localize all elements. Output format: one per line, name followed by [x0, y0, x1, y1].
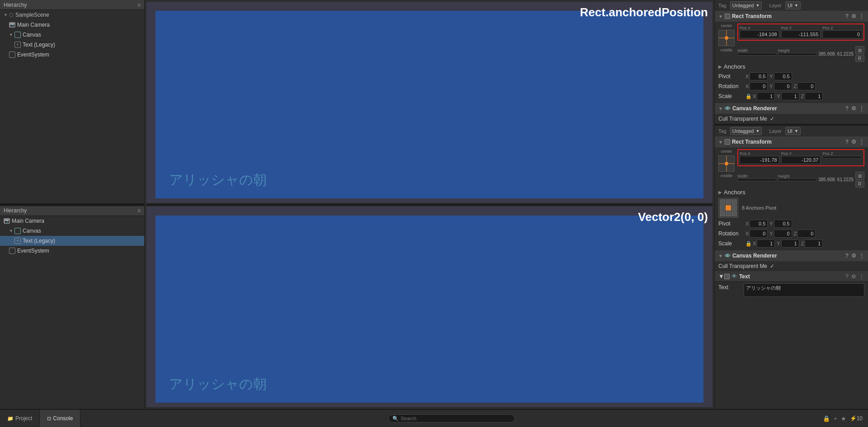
r-btn-top[interactable]: R [855, 55, 864, 62]
rt-help-icon-bottom[interactable]: ? [845, 139, 849, 145]
anchors-expand-bottom[interactable]: ▶ [718, 190, 722, 195]
hierarchy-item-canvas-top[interactable]: ▼ Canvas [0, 30, 144, 40]
anchor-cell-7 [726, 211, 731, 216]
rt-checkbox-top[interactable] [725, 14, 730, 19]
hierarchy-menu-icon[interactable]: ≡ [137, 2, 141, 8]
rot-x-value-top[interactable]: 0 [750, 82, 768, 90]
layer-chevron-bottom: ▼ [794, 129, 798, 133]
rot-y-value-bottom[interactable]: 0 [774, 230, 792, 238]
rt-more-icon-top[interactable]: ⋮ [859, 13, 864, 19]
pos-x-value-top[interactable]: -184.108 [740, 30, 779, 38]
scale-x-value-top[interactable]: 1 [757, 92, 775, 100]
hierarchy-item-canvas-bottom[interactable]: ▼ Canvas [0, 226, 144, 236]
hierarchy-item-eventsystem-top[interactable]: EventSystem [0, 50, 144, 60]
text-icon-top: T [14, 42, 21, 48]
tag-label-top: Tag [718, 3, 726, 8]
hierarchy-item-samplescene[interactable]: ▼ ⬡ SampleScene [0, 10, 144, 20]
cr-help-bottom[interactable]: ? [845, 253, 849, 259]
project-tab[interactable]: 📁 Project [0, 410, 40, 427]
tag-dropdown-bottom[interactable]: Untagged ▼ [730, 127, 762, 135]
rot-y-value-top[interactable]: 0 [774, 82, 792, 90]
scale-y-value-top[interactable]: 1 [781, 92, 799, 100]
console-tab[interactable]: ⊡ Console [40, 410, 80, 427]
layer-dropdown-bottom[interactable]: UI ▼ [785, 127, 801, 135]
pos-y-value-bottom[interactable]: -120.37 [781, 156, 821, 164]
cr-help-top[interactable]: ? [845, 105, 849, 112]
height-value-bottom[interactable] [778, 178, 817, 181]
scale-y-value-bottom[interactable]: 1 [781, 239, 799, 248]
text-legacy-label-bottom: Text (Legacy) [23, 238, 55, 244]
hierarchy-item-eventsystem-bottom[interactable]: EventSystem [0, 246, 144, 256]
tag-dropdown-top[interactable]: Untagged ▼ [730, 1, 762, 9]
cr-expand-top[interactable]: ▼ [718, 106, 723, 111]
bottom-add-icon[interactable]: + [834, 415, 837, 422]
hierarchy-bottom-menu-icon[interactable]: ≡ [137, 207, 141, 214]
rot-z-axis-bottom: Z [794, 231, 797, 236]
rot-z-value-bottom[interactable]: 0 [797, 230, 816, 238]
hierarchy-item-text-top[interactable]: T Text (Legacy) [0, 40, 144, 50]
rot-x-value-bottom[interactable]: 0 [750, 230, 768, 238]
scale-x-value-bottom[interactable]: 1 [757, 239, 775, 248]
eye-icon-bottom[interactable]: 👁 [725, 253, 731, 259]
rt-help-icon-top[interactable]: ? [845, 13, 849, 19]
text-settings-icon[interactable]: ⚙ [851, 273, 856, 280]
cr-more-top[interactable]: ⋮ [859, 105, 864, 112]
pos-z-value-bottom[interactable] [822, 156, 862, 159]
width-value-bottom[interactable] [737, 178, 776, 181]
rt-more-icon-bottom[interactable]: ⋮ [859, 139, 864, 145]
eight-anchors-label: 8 Anchors Pivot [742, 205, 776, 211]
search-bar[interactable]: 🔍 [388, 414, 515, 422]
text-help-icon[interactable]: ? [845, 273, 849, 280]
cr-more-bottom[interactable]: ⋮ [859, 253, 864, 259]
rot-x-axis-top: X [745, 84, 749, 89]
cr-settings-bottom[interactable]: ⚙ [851, 253, 856, 259]
cull-check-top[interactable]: ✓ [770, 116, 774, 122]
hierarchy-item-text-bottom[interactable]: T Text (Legacy) [0, 236, 144, 246]
bottom-star-icon[interactable]: ★ [841, 415, 846, 422]
cr-expand-bottom[interactable]: ▼ [718, 253, 723, 258]
bottom-lock-icon[interactable]: 🔒 [823, 415, 830, 422]
cr-settings-top[interactable]: ⚙ [851, 105, 856, 112]
pivot-y-value-bottom[interactable]: 0.5 [774, 220, 792, 228]
rt-settings-icon-bottom[interactable]: ⚙ [851, 139, 856, 145]
aspect-lock-top[interactable]: ⊞ [855, 46, 864, 54]
canvas-renderer-header-top: ▼ 👁 Canvas Renderer ? ⚙ ⋮ [715, 103, 868, 114]
rt-checkbox-bottom[interactable] [725, 139, 730, 145]
text-checkbox[interactable] [724, 274, 730, 279]
rt-expand-arrow-top[interactable]: ▼ [718, 14, 723, 19]
aspect-lock-bottom[interactable]: ⊞ [855, 172, 864, 180]
anchor-cell-1 [726, 199, 731, 205]
pivot-x-value-top[interactable]: 0.5 [750, 72, 768, 80]
canvas-icon-bottom [14, 228, 21, 234]
pos-z-value-top[interactable]: 0 [822, 30, 862, 38]
scale-lock-icon-top[interactable]: 🔒 [745, 94, 752, 99]
text-expand-arrow[interactable]: ▼ [718, 273, 724, 280]
text-more-icon[interactable]: ⋮ [859, 273, 864, 280]
cull-check-bottom[interactable]: ✓ [770, 263, 774, 269]
pivot-x-value-bottom[interactable]: 0.5 [750, 220, 768, 228]
scale-lock-icon-bottom[interactable]: 🔒 [745, 241, 752, 247]
bottom-right-icons: 🔒 + ★ ⚡10 [823, 415, 868, 422]
rt-expand-arrow-bottom[interactable]: ▼ [718, 140, 723, 145]
hierarchy-item-maincamera-bottom[interactable]: 📷 Main Camera [0, 216, 144, 226]
anchors-grid[interactable] [718, 198, 738, 218]
r-btn-bottom[interactable]: R [855, 181, 864, 188]
cull-label-bottom: Cull Transparent Me [718, 263, 767, 269]
search-input[interactable] [401, 416, 511, 421]
hierarchy-item-maincamera-top[interactable]: 📷 Main Camera [0, 20, 144, 30]
scale-z-value-bottom[interactable]: 1 [805, 239, 823, 248]
event-icon-top [9, 52, 15, 58]
layer-dropdown-top[interactable]: UI ▼ [785, 1, 801, 9]
eye-icon-top[interactable]: 👁 [725, 105, 731, 112]
scale-z-value-top[interactable]: 1 [805, 92, 823, 100]
text-field-value[interactable]: アリッシャの朝 [744, 283, 864, 297]
height-value-top[interactable] [778, 53, 817, 56]
rot-z-value-top[interactable]: 0 [797, 82, 816, 90]
anchors-expand-top[interactable]: ▶ [718, 64, 722, 69]
width-value-top[interactable] [737, 53, 776, 56]
pos-y-value-top[interactable]: -111.555 [781, 30, 821, 38]
pivot-y-value-top[interactable]: 0.5 [774, 72, 792, 80]
rt-settings-icon-top[interactable]: ⚙ [851, 13, 856, 19]
pos-x-value-bottom[interactable]: -191.78 [740, 156, 779, 164]
text-eye-icon[interactable]: 👁 [731, 273, 737, 280]
